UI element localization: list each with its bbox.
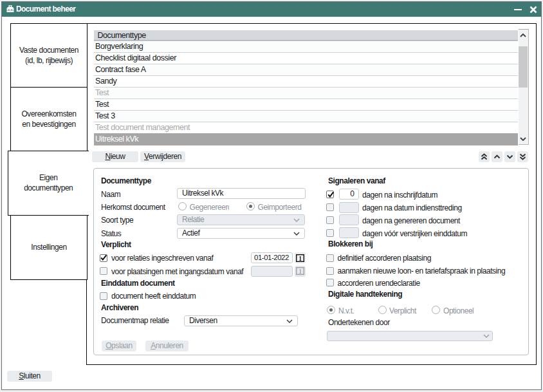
svg-text:1: 1 (299, 255, 302, 261)
svg-text:1: 1 (299, 268, 302, 275)
